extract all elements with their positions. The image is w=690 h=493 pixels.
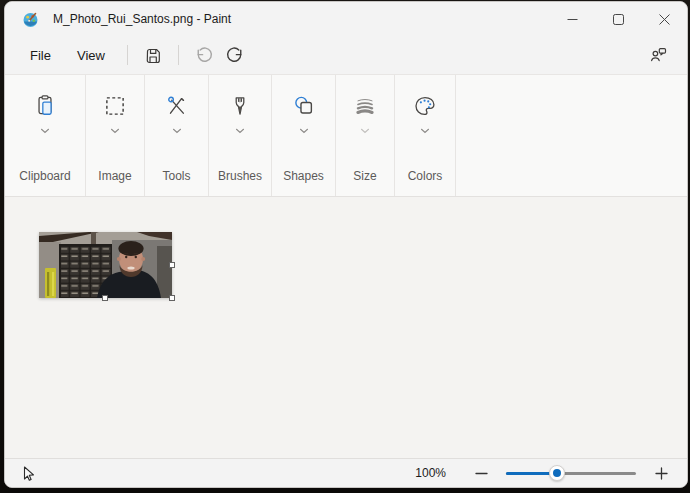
window-title: M_Photo_Rui_Santos.png - Paint (53, 12, 231, 26)
menu-file[interactable]: File (17, 43, 64, 68)
minimize-icon (567, 14, 578, 25)
minus-icon (475, 467, 488, 480)
line-weight-icon (352, 93, 378, 119)
palette-icon (412, 93, 438, 119)
circle-square-icon (291, 93, 317, 119)
selection-handle-right[interactable] (169, 262, 175, 268)
statusbar: 100% (5, 458, 687, 487)
titlebar: M_Photo_Rui_Santos.png - Paint (5, 2, 687, 36)
undo-icon (193, 45, 214, 66)
chevron-down-icon[interactable] (40, 128, 50, 134)
feedback-button[interactable] (642, 41, 674, 69)
selection-rectangle-icon (102, 93, 128, 119)
pointer-cursor-icon (20, 465, 35, 482)
save-button[interactable] (137, 41, 169, 69)
maximize-icon (613, 14, 624, 25)
ribbon-label-image: Image (98, 169, 131, 183)
redo-icon (225, 45, 246, 66)
ribbon-section-tools[interactable]: Tools (145, 75, 208, 196)
chevron-down-icon[interactable] (360, 128, 370, 134)
close-button[interactable] (641, 2, 687, 36)
paintbrush-icon (227, 93, 253, 119)
canvas-photo[interactable] (39, 232, 172, 298)
menubar-divider (178, 45, 179, 65)
feedback-icon (648, 45, 668, 65)
zoom-level: 100% (415, 466, 446, 480)
ribbon-section-size[interactable]: Size (336, 75, 394, 196)
ribbon-label-brushes: Brushes (218, 169, 262, 183)
zoom-slider[interactable] (506, 465, 636, 481)
photo-of-man-in-workshop (39, 232, 172, 298)
ribbon-label-tools: Tools (162, 169, 190, 183)
zoom-out-button[interactable] (470, 462, 492, 484)
ribbon-label-size: Size (353, 169, 376, 183)
ribbon-section-colors[interactable]: Colors (395, 75, 455, 196)
window-controls (549, 2, 687, 36)
close-icon (659, 14, 670, 25)
ribbon-section-clipboard[interactable]: Clipboard (5, 75, 85, 196)
redo-button[interactable] (220, 41, 252, 69)
chevron-down-icon[interactable] (299, 128, 309, 134)
minimize-button[interactable] (549, 2, 595, 36)
selection-handle-bottom[interactable] (102, 295, 108, 301)
menubar: File View (5, 36, 687, 74)
crossed-pens-icon (164, 93, 190, 119)
chevron-down-icon[interactable] (235, 128, 245, 134)
paint-app-icon (22, 11, 39, 28)
zoom-controls: 100% (415, 462, 672, 484)
chevron-down-icon[interactable] (172, 128, 182, 134)
ribbon-label-shapes: Shapes (283, 169, 324, 183)
canvas-area[interactable] (5, 197, 687, 458)
menu-view[interactable]: View (64, 43, 118, 68)
chevron-down-icon[interactable] (110, 128, 120, 134)
ribbon-section-image[interactable]: Image (86, 75, 144, 196)
plus-icon (655, 467, 668, 480)
save-icon (143, 45, 163, 65)
paint-window: M_Photo_Rui_Santos.png - Paint File View (4, 1, 688, 488)
undo-button[interactable] (188, 41, 220, 69)
ribbon-label-colors: Colors (408, 169, 443, 183)
chevron-down-icon[interactable] (420, 128, 430, 134)
ribbon-label-clipboard: Clipboard (19, 169, 70, 183)
maximize-button[interactable] (595, 2, 641, 36)
ribbon-section-brushes[interactable]: Brushes (209, 75, 271, 196)
menubar-divider (127, 45, 128, 65)
ribbon-toolbar: Clipboard Image (5, 74, 687, 197)
selection-handle-bottom-right[interactable] (169, 295, 175, 301)
clipboard-icon (32, 93, 58, 119)
ribbon-divider (455, 75, 456, 196)
ribbon-section-shapes[interactable]: Shapes (272, 75, 335, 196)
zoom-in-button[interactable] (650, 462, 672, 484)
zoom-slider-thumb[interactable] (549, 465, 565, 481)
